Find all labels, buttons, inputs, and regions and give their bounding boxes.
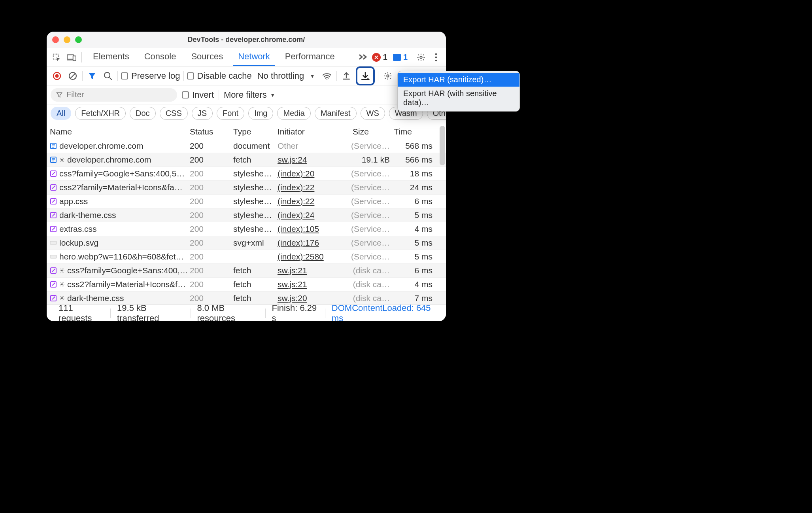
divider [219, 90, 219, 100]
caret-down-icon: ▼ [310, 73, 315, 79]
col-type[interactable]: Type [233, 127, 278, 136]
filter-row: Filter Invert More filters ▼ [47, 85, 446, 104]
cell-name: dark-theme.css [67, 293, 124, 303]
minimize-window-button[interactable] [64, 36, 70, 43]
svg-rect-2 [73, 56, 76, 61]
cell-type: fetch [233, 293, 278, 303]
tab-sources[interactable]: Sources [186, 48, 228, 66]
pill-doc[interactable]: Doc [130, 107, 156, 120]
record-button[interactable] [51, 70, 63, 82]
device-toolbar-icon[interactable] [65, 51, 78, 64]
cell-type: styleshe… [233, 183, 278, 192]
cell-initiator[interactable]: (index):20 [278, 169, 351, 178]
svg-point-28 [61, 297, 63, 299]
cell-initiator[interactable]: sw.js:21 [278, 280, 351, 289]
cell-initiator[interactable]: (index):24 [278, 210, 351, 220]
clear-button[interactable] [66, 70, 79, 82]
cell-size: (Service… [351, 210, 394, 220]
cell-size: (Service… [351, 252, 394, 261]
table-row[interactable]: lockup.svg200svg+xml(index):176(Service…… [47, 236, 446, 250]
table-row[interactable]: dark-theme.css200styleshe…(index):24(Ser… [47, 208, 446, 222]
table-row[interactable]: developer.chrome.com200documentOther(Ser… [47, 139, 446, 153]
col-name[interactable]: Name [47, 127, 190, 136]
maximize-window-button[interactable] [75, 36, 82, 43]
svg-point-12 [387, 75, 389, 77]
cell-initiator[interactable]: (index):176 [278, 238, 351, 248]
search-icon[interactable] [102, 70, 114, 82]
col-size[interactable]: Size [351, 127, 394, 136]
pill-manifest[interactable]: Manifest [315, 107, 357, 120]
issues-badge[interactable]: 1 [393, 53, 408, 62]
disable-cache-checkbox[interactable]: Disable cache [187, 71, 252, 81]
filter-placeholder: Filter [66, 90, 84, 99]
menu-export-har-sensitive[interactable]: Export HAR (with sensitive data)… [398, 87, 519, 110]
import-har-icon[interactable] [340, 70, 353, 82]
network-table: Name Status Type Initiator Size Time dev… [47, 124, 446, 309]
more-tabs-chevron-icon[interactable] [356, 52, 370, 62]
cell-size: (disk ca… [351, 280, 394, 289]
network-settings-gear-icon[interactable] [381, 70, 394, 82]
pill-css[interactable]: CSS [160, 107, 188, 120]
export-har-menu: Export HAR (sanitized)… Export HAR (with… [397, 71, 520, 112]
pill-img[interactable]: Img [248, 107, 273, 120]
table-row[interactable]: developer.chrome.com200fetchsw.js:2419.1… [47, 153, 446, 167]
table-row[interactable]: app.css200styleshe…(index):22(Service…6 … [47, 195, 446, 208]
tab-elements[interactable]: Elements [88, 48, 134, 66]
more-filters-button[interactable]: More filters ▼ [224, 90, 276, 100]
cell-initiator[interactable]: (index):22 [278, 197, 351, 206]
close-window-button[interactable] [52, 36, 59, 43]
tab-performance[interactable]: Performance [280, 48, 340, 66]
cell-name: css?family=Google+Sans:400,5… [59, 169, 185, 178]
table-row[interactable]: css?family=Google+Sans:400,…200fetchsw.j… [47, 264, 446, 278]
export-har-button-highlighted[interactable] [356, 66, 375, 85]
funnel-icon [56, 92, 62, 98]
table-scrollbar[interactable] [440, 126, 445, 165]
tab-network[interactable]: Network [233, 48, 275, 66]
error-badge[interactable]: 1 [372, 53, 387, 62]
inspect-element-icon[interactable] [50, 51, 63, 64]
table-row[interactable]: css2?family=Material+Icons&fa…200stylesh… [47, 181, 446, 195]
table-row[interactable]: css2?family=Material+Icons&f…200fetchsw.… [47, 278, 446, 292]
settings-gear-icon[interactable] [414, 51, 428, 64]
cell-initiator[interactable]: (index):2580 [278, 252, 351, 261]
svg-point-24 [61, 270, 63, 271]
devtools-window: DevTools - developer.chrome.com/ Element… [47, 32, 446, 321]
pill-ws[interactable]: WS [361, 107, 385, 120]
cell-time: 6 ms [394, 197, 438, 206]
throttling-select[interactable]: No throttling ▼ [257, 71, 315, 81]
cell-name: dark-theme.css [59, 210, 116, 220]
table-row[interactable]: css?family=Google+Sans:400,5…200styleshe… [47, 167, 446, 181]
cell-initiator[interactable]: (index):105 [278, 224, 351, 234]
tab-console[interactable]: Console [140, 48, 181, 66]
table-row[interactable]: extras.css200styleshe…(index):105(Servic… [47, 222, 446, 236]
menu-export-har-sanitized[interactable]: Export HAR (sanitized)… [398, 73, 519, 87]
filter-toggle-icon[interactable] [86, 70, 98, 82]
svg-point-15 [61, 159, 63, 161]
pill-all[interactable]: All [51, 107, 71, 120]
filter-input[interactable]: Filter [51, 88, 177, 102]
pill-fetch-xhr[interactable]: Fetch/XHR [75, 107, 126, 120]
pill-media[interactable]: Media [277, 107, 310, 120]
cell-status: 200 [190, 169, 233, 178]
cell-initiator[interactable]: sw.js:24 [278, 155, 351, 165]
preserve-log-checkbox[interactable]: Preserve log [121, 71, 180, 81]
cell-time: 568 ms [394, 141, 438, 151]
invert-checkbox[interactable]: Invert [182, 90, 214, 100]
cell-name: css?family=Google+Sans:400,… [67, 266, 188, 275]
table-row[interactable]: hero.webp?w=1160&h=608&fet…200(index):25… [47, 250, 446, 264]
cell-name: developer.chrome.com [67, 155, 151, 165]
pill-font[interactable]: Font [217, 107, 244, 120]
error-count: 1 [383, 53, 387, 62]
cell-time: 4 ms [394, 280, 438, 289]
col-status[interactable]: Status [190, 127, 233, 136]
cell-name: lockup.svg [59, 238, 98, 248]
cell-initiator[interactable]: sw.js:20 [278, 293, 351, 303]
cell-initiator[interactable]: sw.js:21 [278, 266, 351, 275]
cell-initiator[interactable]: (index):22 [278, 183, 351, 192]
col-initiator[interactable]: Initiator [278, 127, 351, 136]
col-time[interactable]: Time [394, 127, 438, 136]
issues-count: 1 [403, 53, 408, 62]
pill-js[interactable]: JS [192, 107, 213, 120]
more-menu-icon[interactable] [429, 51, 443, 64]
network-conditions-icon[interactable] [321, 70, 333, 82]
